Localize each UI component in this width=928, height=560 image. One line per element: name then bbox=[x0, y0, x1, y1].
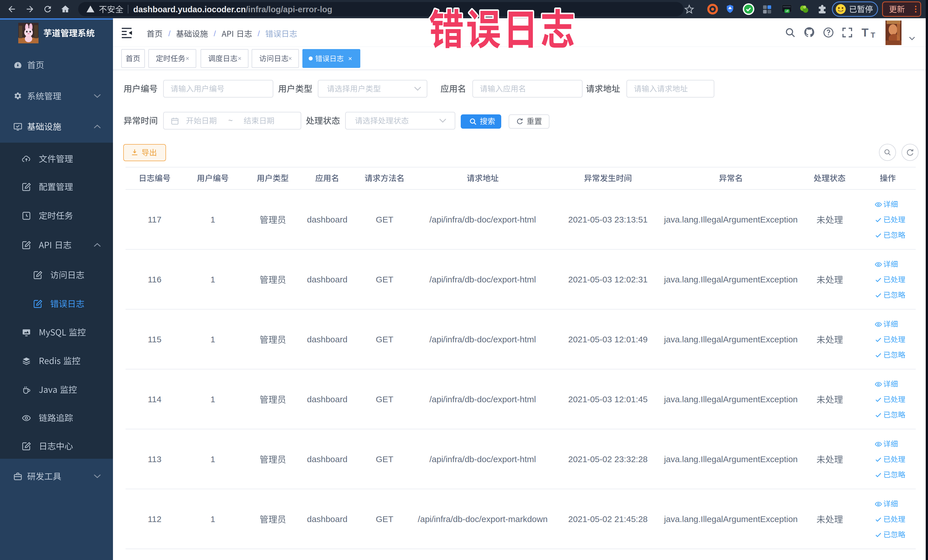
svg-text:off: off bbox=[786, 10, 789, 12]
